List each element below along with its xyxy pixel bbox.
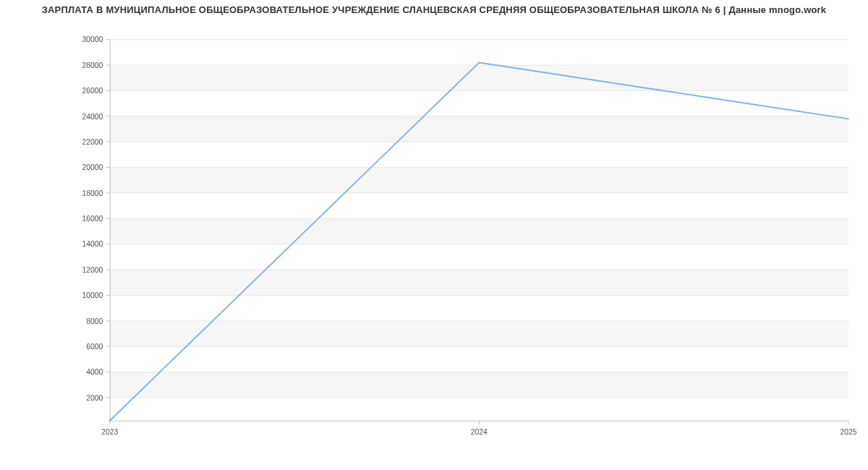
x-tick-label: 2023 [101, 428, 118, 436]
y-tick-label: 30000 [82, 36, 103, 43]
y-tick-label: 18000 [82, 189, 103, 197]
y-tick-label: 26000 [82, 87, 103, 95]
svg-rect-6 [110, 65, 848, 90]
plot-area: 2000400060008000100001200014000160001800… [72, 36, 857, 441]
y-tick-label: 12000 [82, 266, 103, 274]
y-tick-label: 28000 [82, 61, 103, 69]
svg-rect-5 [110, 116, 848, 142]
y-tick-label: 20000 [82, 163, 103, 171]
svg-rect-4 [110, 168, 848, 193]
y-tick-label: 14000 [82, 240, 103, 248]
x-tick-label: 2024 [471, 428, 488, 436]
svg-rect-0 [110, 372, 848, 398]
y-tick-label: 4000 [86, 368, 103, 376]
y-tick-label: 10000 [82, 291, 103, 299]
y-tick-label: 22000 [82, 138, 103, 146]
y-tick-label: 24000 [82, 113, 103, 121]
svg-rect-1 [110, 321, 848, 346]
y-tick-label: 6000 [86, 343, 103, 351]
chart-container: ЗАРПЛАТА В МУНИЦИПАЛЬНОЕ ОБЩЕОБРАЗОВАТЕЛ… [0, 0, 868, 470]
x-tick-label: 2025 [840, 428, 856, 436]
y-tick-label: 16000 [82, 215, 103, 223]
y-tick-label: 8000 [86, 317, 103, 325]
chart-title: ЗАРПЛАТА В МУНИЦИПАЛЬНОЕ ОБЩЕОБРАЗОВАТЕЛ… [0, 4, 868, 15]
svg-rect-2 [110, 270, 848, 295]
svg-rect-3 [110, 218, 848, 244]
chart-svg: 2000400060008000100001200014000160001800… [72, 36, 857, 441]
y-tick-label: 2000 [86, 394, 103, 402]
